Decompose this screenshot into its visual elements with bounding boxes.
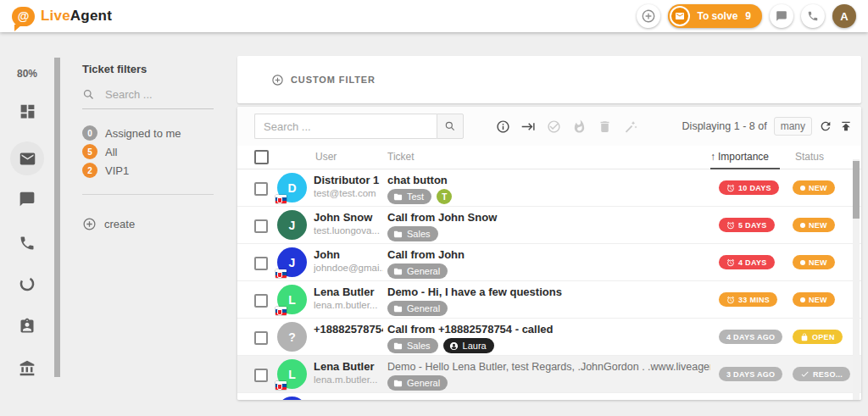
user-email: test.luongova...	[314, 225, 383, 237]
ticket-subject[interactable]: Chat from Welcome to your LiveAgent Know…	[387, 397, 854, 400]
sidebar-item-calls[interactable]	[10, 226, 44, 260]
avatar-letter: ?	[288, 330, 296, 344]
user-name[interactable]: JohnGordon H...	[314, 397, 383, 400]
custom-filter-button[interactable]: CUSTOM FILTER	[271, 74, 376, 86]
importance-badge: 4 DAYS	[719, 255, 775, 269]
spam-button[interactable]	[572, 119, 587, 134]
sidebar-item-statuses[interactable]	[10, 267, 44, 301]
user-name[interactable]: John	[314, 248, 383, 262]
create-filter-label: create	[104, 218, 135, 230]
department-tag[interactable]: Sales	[387, 338, 438, 353]
tag-letter-badge[interactable]: T	[437, 189, 452, 204]
filter-list-item[interactable]: 5 All	[82, 142, 237, 161]
row-checkbox[interactable]	[254, 294, 268, 308]
add-button[interactable]	[637, 4, 660, 28]
importance-badge: 3 DAYS AGO	[719, 367, 782, 381]
avatar: J	[277, 397, 307, 400]
agent-tag[interactable]: Laura	[443, 338, 494, 353]
avatar-letter: D	[287, 181, 296, 195]
ticket-subject[interactable]: Demo - Hello Lena Butler, test Regards, …	[387, 360, 710, 374]
chats-button[interactable]	[770, 4, 793, 28]
mass-action-button[interactable]	[623, 119, 637, 134]
filters-title: Ticket filters	[82, 63, 237, 75]
user-email: test@test.com	[314, 187, 383, 200]
avatar: D	[277, 173, 307, 202]
chat-icon	[19, 191, 36, 208]
department-tag[interactable]: General	[387, 263, 448, 279]
department-tag[interactable]: General	[387, 301, 448, 316]
department-tag[interactable]: General	[387, 375, 448, 391]
select-all-checkbox[interactable]	[254, 150, 269, 164]
workload-percent: 80%	[0, 68, 54, 80]
row-checkbox[interactable]	[254, 369, 268, 382]
user-avatar-button[interactable]: A	[832, 4, 856, 28]
slovakia-flag-icon	[275, 307, 287, 315]
table-row[interactable]: J John johndoe@gmai... Call from John Ge…	[237, 244, 861, 281]
table-row[interactable]: L Lena Butler lena.m.butler... Demo - He…	[237, 356, 861, 393]
logo-bubble-icon: @	[12, 7, 35, 26]
table-row[interactable]: L Lena Butler lena.m.butler... Demo - Hi…	[237, 281, 861, 319]
row-checkbox[interactable]	[254, 182, 268, 196]
delete-button[interactable]	[598, 119, 612, 134]
export-button[interactable]	[839, 119, 853, 133]
ticket-subject[interactable]: Call from John	[387, 248, 710, 262]
filter-item-label: Assigned to me	[105, 127, 181, 140]
filters-search-input[interactable]	[103, 87, 204, 102]
user-name[interactable]: John Snow	[314, 211, 383, 225]
user-name[interactable]: Distributor 1	[314, 174, 383, 187]
ticket-subject[interactable]: chat button	[387, 174, 710, 187]
to-solve-button[interactable]: To solve 9	[668, 4, 762, 28]
filter-list-item[interactable]: 0 Assigned to me	[82, 124, 237, 142]
sidebar-item-dashboard[interactable]	[10, 94, 44, 128]
ticket-search-button[interactable]	[437, 114, 464, 139]
filter-list-item[interactable]: 2 VIP1	[82, 161, 237, 180]
status-badge: NEW	[793, 292, 835, 307]
table-scrollbar-thumb[interactable]	[853, 161, 860, 219]
refresh-button[interactable]	[819, 119, 832, 133]
transfer-button[interactable]	[521, 119, 536, 134]
table-toolbar: Displaying 1 - 8 of many	[237, 107, 861, 146]
row-checkbox[interactable]	[254, 331, 268, 345]
calls-button[interactable]	[801, 4, 825, 28]
resolve-button[interactable]	[547, 119, 561, 134]
filter-item-label: VIP1	[105, 164, 129, 177]
row-checkbox[interactable]	[254, 219, 268, 233]
custom-filter-label: CUSTOM FILTER	[291, 75, 376, 85]
sidebar-item-chats[interactable]	[10, 182, 44, 216]
sidebar-item-contacts[interactable]	[10, 309, 44, 343]
plus-circle-icon	[82, 217, 97, 231]
ticket-tags: TestT	[387, 189, 710, 204]
table-row[interactable]: ? +18882578754 Call from +18882578754 - …	[237, 319, 861, 356]
column-header-status[interactable]: Status	[795, 151, 824, 163]
department-tag[interactable]: Sales	[387, 226, 438, 241]
refresh-icon	[819, 119, 832, 133]
sidebar-item-tickets[interactable]	[10, 141, 44, 175]
ticket-subject[interactable]: Call from John Snow	[387, 211, 710, 225]
row-checkbox[interactable]	[254, 257, 268, 270]
to-solve-label: To solve	[698, 10, 738, 22]
user-name[interactable]: +18882578754	[314, 323, 383, 336]
table-row[interactable]: J John Snow test.luongova... Call from J…	[237, 207, 861, 244]
page-size-box[interactable]: many	[774, 117, 812, 136]
department-tag[interactable]: Test	[387, 189, 431, 204]
ticket-subject[interactable]: Demo - Hi, I have a few questions	[387, 286, 710, 299]
ticket-subject[interactable]: Call from +18882578754 - called	[387, 323, 710, 336]
user-name[interactable]: Lena Butler	[314, 286, 383, 299]
user-name[interactable]: Lena Butler	[314, 360, 383, 374]
ticket-tags: General	[387, 375, 710, 391]
logo-wordmark: LiveAgent	[41, 8, 112, 25]
column-header-importance[interactable]: ↑Importance	[710, 151, 769, 163]
importance-badge: 5 DAYS	[719, 218, 775, 232]
contact-card-icon	[19, 318, 36, 335]
table-row[interactable]: J JohnGordon H... Chat from Welcome to y…	[237, 393, 861, 400]
sidebar-item-company[interactable]	[10, 352, 44, 385]
avatar: J	[277, 210, 307, 240]
table-row[interactable]: D Distributor 1 test@test.com chat butto…	[237, 169, 861, 207]
info-button[interactable]	[496, 119, 510, 134]
column-header-user: User	[315, 151, 337, 163]
top-bar: @ LiveAgent To solve 9 A	[0, 0, 868, 32]
sidebar-scrollbar[interactable]	[54, 58, 60, 377]
create-filter-button[interactable]: create	[82, 217, 237, 231]
search-icon	[444, 120, 456, 132]
ticket-search-input[interactable]	[254, 114, 437, 139]
